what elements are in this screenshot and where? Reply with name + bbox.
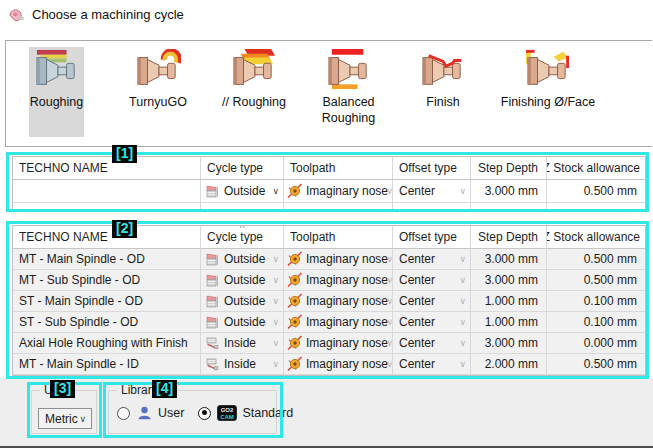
- col-header-z-stock-allowance[interactable]: Z Stock allowance: [547, 157, 645, 180]
- step-depth-cell: 1.000 mm: [471, 291, 547, 312]
- toolpath-dropdown: Imaginary nose ∨: [284, 333, 393, 354]
- z-stock-allowance-cell: 0.500 mm: [547, 270, 645, 291]
- table-row[interactable]: ST - Sub Spindle - OD Outside ∨ Imaginar…: [13, 312, 645, 333]
- cycle-button-balanced-roughing[interactable]: Balanced Roughing: [306, 47, 391, 137]
- page-title: Choose a machining cycle: [32, 7, 184, 22]
- table-row[interactable]: Outside ∨ Imaginary nose ∨ Center ∨ 3.00…: [13, 180, 645, 203]
- techno-name-cell[interactable]: Axial Hole Roughing with Finish: [13, 333, 201, 354]
- toolpath-value: Imaginary nose: [306, 184, 388, 198]
- col-header-cycle-type[interactable]: Cycle type ^: [201, 226, 284, 249]
- col-header-toolpath[interactable]: Toolpath: [284, 226, 393, 249]
- techno-name-cell[interactable]: ST - Sub Spindle - OD: [13, 312, 201, 333]
- techno-name-cell[interactable]: MT - Main Spindle - ID: [13, 354, 201, 375]
- cycle-button-finishing-face[interactable]: Finishing Ø/Face: [484, 47, 612, 137]
- offset-type-value: Center: [399, 252, 435, 266]
- sort-ascending-icon: ^: [240, 226, 245, 233]
- toolpath-dropdown: Imaginary nose ∨: [284, 270, 393, 291]
- table-row[interactable]: Axial Hole Roughing with Finish Inside ∨…: [13, 333, 645, 354]
- table-row[interactable]: MT - Main Spindle - ID Inside ∨ Imaginar…: [13, 354, 645, 375]
- turnyugo-icon: [135, 49, 181, 91]
- table-row[interactable]: ST - Main Spindle - OD Outside ∨ Imagina…: [13, 291, 645, 312]
- cycle-type-dropdown: Outside ∨: [201, 291, 284, 312]
- cycle-label: // Roughing: [222, 95, 286, 111]
- chevron-down-icon: ∨: [272, 338, 279, 348]
- offset-type-dropdown: Center ∨: [393, 249, 471, 270]
- inside-cycle-icon: [205, 357, 220, 372]
- chevron-down-icon: ∨: [79, 414, 86, 424]
- cycle-type-dropdown[interactable]: Outside ∨: [201, 180, 284, 203]
- roughing-icon: [34, 49, 80, 91]
- outside-cycle-icon: [205, 315, 220, 330]
- tool-nose-icon: [287, 272, 303, 288]
- toolpath-value: Imaginary nose: [306, 336, 388, 350]
- techno-name-cell[interactable]: MT - Main Spindle - OD: [13, 249, 201, 270]
- library-user-label: User: [158, 406, 184, 420]
- cycle-button-parallel-roughing[interactable]: // Roughing: [206, 47, 302, 137]
- offset-type-value: Center: [399, 336, 435, 350]
- techno-name-cell[interactable]: ST - Main Spindle - OD: [13, 291, 201, 312]
- chevron-down-icon: ∨: [386, 186, 393, 196]
- chevron-down-icon: ∨: [272, 296, 279, 306]
- col-header-offset-type[interactable]: Offset type: [393, 226, 471, 249]
- cycle-label: Balanced Roughing: [306, 95, 391, 126]
- library-user-radio[interactable]: [117, 407, 130, 420]
- cycle-type-value: Outside: [224, 294, 265, 308]
- table-row[interactable]: MT - Main Spindle - OD Outside ∨ Imagina…: [13, 249, 645, 270]
- toolpath-value: Imaginary nose: [306, 294, 388, 308]
- machining-cycle-icon: [8, 6, 25, 22]
- cycle-type-value: Outside: [224, 315, 265, 329]
- tool-nose-icon: [287, 356, 303, 372]
- cycle-label: TurnyuGO: [129, 95, 187, 111]
- techno-name-field[interactable]: [13, 180, 201, 203]
- tool-nose-icon: [287, 335, 303, 351]
- cycle-label: Finishing Ø/Face: [501, 95, 595, 111]
- toolpath-value: Imaginary nose: [306, 315, 388, 329]
- chevron-down-icon: ∨: [459, 275, 466, 285]
- col-header-techno-name[interactable]: TECHNO NAME: [13, 226, 201, 249]
- cycle-type-value: Outside: [224, 252, 265, 266]
- chevron-down-icon: ∨: [272, 254, 279, 264]
- col-header-toolpath[interactable]: Toolpath: [284, 157, 393, 180]
- chevron-down-icon: ∨: [386, 359, 393, 369]
- col-header-z-stock-allowance[interactable]: Z Stock allowance: [547, 226, 645, 249]
- cycle-type-dropdown: Outside ∨: [201, 249, 284, 270]
- cycle-button-turnyugo[interactable]: TurnyuGO: [119, 47, 197, 137]
- step-depth-cell: 3.000 mm: [471, 249, 547, 270]
- offset-type-dropdown: Center ∨: [393, 354, 471, 375]
- offset-type-value: Center: [399, 315, 435, 329]
- finishing-face-icon: [525, 49, 571, 91]
- outside-cycle-icon: [205, 252, 220, 267]
- col-header-offset-type[interactable]: Offset type: [393, 157, 471, 180]
- z-stock-allowance-cell: 0.500 mm: [547, 354, 645, 375]
- cycle-button-roughing[interactable]: Roughing: [29, 47, 84, 137]
- techno-name-cell[interactable]: MT - Sub Spindle - OD: [13, 270, 201, 291]
- step-depth-field[interactable]: 3.000 mm: [471, 180, 547, 203]
- offset-type-dropdown: Center ∨: [393, 312, 471, 333]
- col-header-cycle-type[interactable]: Cycle type: [201, 157, 284, 180]
- machining-cycle-toolbar: Roughing TurnyuGO // Roughing Balanced R…: [5, 40, 652, 147]
- col-header-step-depth[interactable]: Step Depth: [471, 226, 547, 249]
- offset-type-dropdown: Center ∨: [393, 291, 471, 312]
- table-header-row: TECHNO NAME Cycle type ^ Toolpath Offset…: [13, 226, 645, 249]
- toolpath-dropdown: Imaginary nose ∨: [284, 354, 393, 375]
- offset-type-dropdown[interactable]: Center ∨: [393, 180, 471, 203]
- toolpath-value: Imaginary nose: [306, 273, 388, 287]
- toolpath-value: Imaginary nose: [306, 252, 388, 266]
- cycle-type-dropdown: Outside ∨: [201, 270, 284, 291]
- chevron-down-icon: ∨: [459, 317, 466, 327]
- preset-cycles-table: TECHNO NAME Cycle type ^ Toolpath Offset…: [12, 225, 646, 376]
- cycle-button-finish[interactable]: Finish: [411, 47, 475, 137]
- toolpath-dropdown[interactable]: Imaginary nose ∨: [284, 180, 393, 203]
- col-header-techno-name[interactable]: TECHNO NAME: [13, 157, 201, 180]
- tool-nose-icon: [287, 314, 303, 330]
- unit-select[interactable]: Metric ∨: [38, 408, 92, 429]
- library-standard-radio[interactable]: [198, 407, 211, 420]
- z-stock-allowance-field[interactable]: 0.500 mm: [547, 180, 645, 203]
- table-row[interactable]: MT - Sub Spindle - OD Outside ∨ Imaginar…: [13, 270, 645, 291]
- z-stock-allowance-cell: 0.100 mm: [547, 291, 645, 312]
- outside-cycle-icon: [205, 184, 220, 199]
- z-stock-allowance-cell: 0.500 mm: [547, 249, 645, 270]
- col-header-step-depth[interactable]: Step Depth: [471, 157, 547, 180]
- user-icon: [136, 405, 153, 421]
- step-depth-cell: 2.000 mm: [471, 354, 547, 375]
